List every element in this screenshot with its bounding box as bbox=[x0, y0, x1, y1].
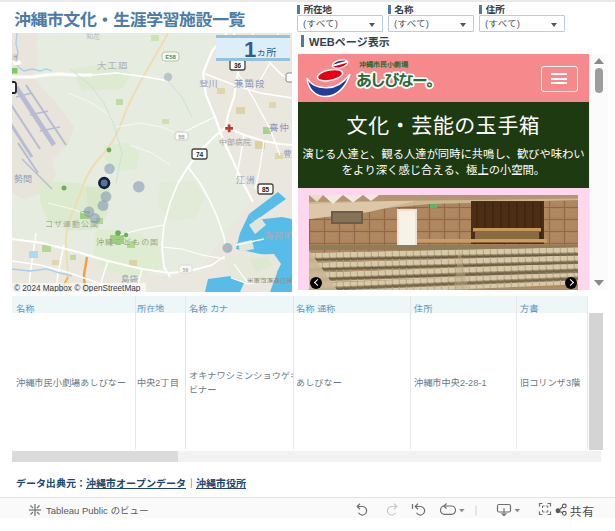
svg-text:© 2024 Mapbox © OpenStreetMap: © 2024 Mapbox © OpenStreetMap bbox=[14, 281, 141, 292]
svg-text:36: 36 bbox=[234, 60, 242, 70]
svg-text:85: 85 bbox=[262, 184, 270, 194]
svg-text:大工廻: 大工廻 bbox=[97, 58, 129, 72]
svg-text:E58: E58 bbox=[165, 52, 176, 61]
svg-text:米軍泡瀬通信施設: 米軍泡瀬通信施設 bbox=[247, 275, 292, 285]
svg-text:豊: 豊 bbox=[283, 147, 292, 160]
svg-text:知花: 知花 bbox=[86, 33, 100, 41]
svg-text:55: 55 bbox=[178, 133, 184, 141]
svg-text:74: 74 bbox=[196, 149, 204, 159]
svg-text:56: 56 bbox=[183, 266, 189, 273]
svg-text:中部病院: 中部病院 bbox=[219, 136, 251, 147]
svg-text:登川: 登川 bbox=[199, 76, 218, 90]
svg-text:勢間: 勢間 bbox=[14, 172, 32, 185]
svg-text:喜仲: 喜仲 bbox=[269, 120, 290, 134]
svg-text:沖縄こどもの国: 沖縄こどもの国 bbox=[96, 236, 159, 247]
svg-text:兼箇段: 兼箇段 bbox=[234, 76, 266, 90]
svg-text:海邦町: 海邦町 bbox=[264, 229, 292, 242]
svg-text:洲: 洲 bbox=[12, 52, 18, 61]
svg-text:江洲: 江洲 bbox=[236, 173, 256, 186]
